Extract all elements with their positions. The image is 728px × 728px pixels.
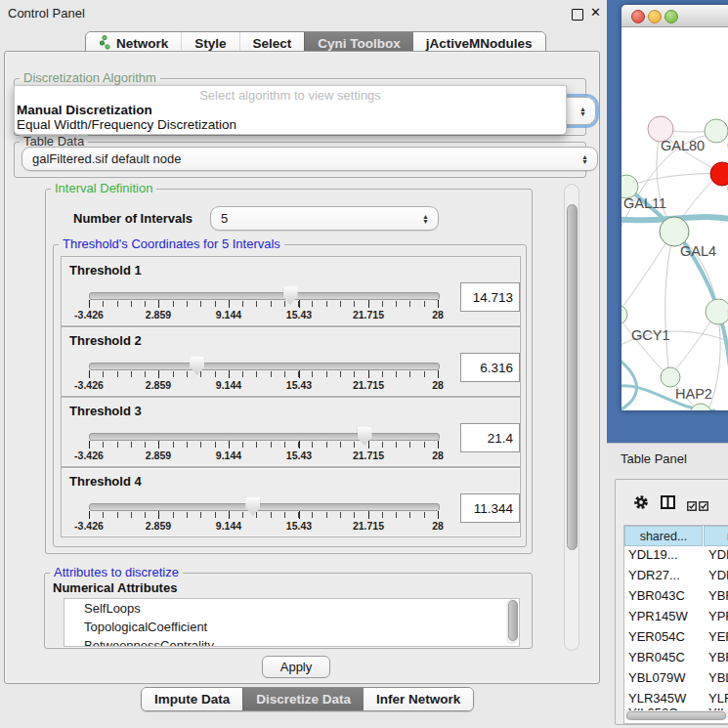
node (660, 217, 689, 246)
node (661, 367, 680, 387)
network-window-titlebar[interactable] (621, 5, 728, 27)
table-row[interactable]: YPR145WYPR1 (624, 607, 728, 626)
table-row[interactable]: YBL079WYBL0 (624, 668, 728, 688)
table-panel-titlebar: Table Panel (607, 443, 728, 474)
tick-marks (89, 301, 439, 307)
network-nodes[interactable] (621, 116, 728, 410)
threshold-3-label: Threshold 3 (69, 404, 142, 418)
apply-button[interactable]: Apply (262, 656, 330, 678)
threshold-3-panel: Threshold 3 -3.426 2.859 9.144 15.43 21.… (61, 397, 521, 467)
tab-cyni-toolbox-label: Cyni Toolbox (318, 36, 401, 51)
control-panel-window: Control Panel ✕ Network Style Select Cyn… (0, 0, 607, 728)
window-title: Control Panel (8, 6, 85, 21)
column-header-name[interactable]: na (704, 526, 728, 546)
threshold-4-value-field[interactable]: 11.344 (460, 493, 520, 523)
horizontal-scrollbar[interactable] (625, 710, 727, 719)
attributes-group-title: Attributes to discretize (50, 566, 183, 578)
node (706, 299, 728, 324)
node-attribute-table[interactable]: shared... na YDL19...YDL1 YDR27...YDR2 Y… (623, 525, 728, 724)
checkbox-checked-icon[interactable] (699, 497, 708, 515)
tick-marks (89, 512, 439, 518)
tab-infer-network-label: Infer Network (376, 692, 460, 707)
numerical-attributes-label: Numerical Attributes (53, 580, 177, 595)
tab-impute-data-label: Impute Data (154, 692, 230, 707)
close-icon[interactable]: ✕ (590, 5, 601, 20)
node (705, 119, 728, 143)
table-panel-title: Table Panel (621, 451, 687, 466)
column-header-shared-name[interactable]: shared... (624, 526, 703, 546)
threshold-4-panel: Threshold 4 -3.426 2.859 9.144 15.43 21.… (61, 467, 521, 537)
vertical-scrollbar[interactable] (564, 184, 579, 651)
tab-impute-data[interactable]: Impute Data (142, 688, 242, 710)
node-label: GCY1 (631, 327, 670, 343)
tab-jactivemnodules-label: jActiveMNodules (426, 36, 533, 51)
dropdown-item-manual-discretization[interactable]: Manual Discretization (17, 103, 152, 117)
attributes-list-scrollbar[interactable] (506, 599, 518, 644)
node-red (710, 162, 728, 186)
tab-style-label: Style (194, 36, 226, 51)
tick-marks (89, 442, 439, 448)
mac-close-button[interactable] (631, 10, 645, 23)
threshold-1-panel: Threshold 1 -3.426 2.859 9.144 15.43 21.… (61, 256, 521, 326)
number-of-intervals-value: 5 (221, 211, 228, 226)
number-of-intervals-combobox[interactable]: 5 ▲▼ (210, 206, 439, 231)
tab-network-label: Network (116, 36, 168, 51)
gear-icon[interactable] (633, 494, 649, 514)
table-data-value: galFiltered.sif default node (32, 151, 181, 166)
threshold-2-label: Threshold 2 (69, 333, 142, 348)
node (621, 305, 627, 324)
table-row[interactable]: YBR043CYBR0 (624, 586, 728, 606)
split-view-icon[interactable] (661, 495, 675, 513)
table-panel: shared... na YDL19...YDL1 YDR27...YDR2 Y… (607, 472, 728, 728)
chevron-updown-icon: ▲▼ (581, 148, 588, 170)
table-row[interactable]: YDL19...YDL1 (624, 545, 728, 565)
discretization-algorithm-group-title: Discretization Algorithm (20, 71, 160, 84)
scrollbar-thumb[interactable] (508, 600, 518, 641)
threshold-2-value-field[interactable]: 6.316 (460, 353, 520, 382)
threshold-3-value-field[interactable]: 21.4 (460, 423, 520, 452)
table-row[interactable]: YBR045CYBR0 (624, 648, 728, 667)
threshold-4-slider-track[interactable] (89, 503, 440, 511)
node-label: GAL4 (680, 243, 716, 259)
network-view-window: GAL80 GAL11 GAL4 GCY1 HAP2 G C H (621, 5, 728, 410)
scrollbar-thumb[interactable] (626, 711, 726, 720)
network-canvas[interactable]: GAL80 GAL11 GAL4 GCY1 HAP2 G C H (621, 27, 728, 410)
number-of-intervals-label: Number of Intervals (73, 211, 193, 226)
network-icon (99, 35, 111, 53)
mac-zoom-button[interactable] (664, 10, 678, 23)
tab-discretize-data[interactable]: Discretize Data (242, 688, 364, 710)
tab-select-label: Select (253, 36, 292, 51)
cyni-bottom-tabs: Impute Data Discretize Data Infer Networ… (141, 687, 474, 711)
window-titlebar: Control Panel ✕ (0, 0, 607, 27)
chevron-updown-icon: ▲▼ (422, 207, 429, 230)
threshold-1-value-field[interactable]: 14.713 (460, 282, 520, 312)
checkbox-checked-icon[interactable] (687, 497, 697, 515)
threshold-2-slider-track[interactable] (89, 363, 440, 370)
list-item[interactable]: BetweennessCentrality (64, 636, 519, 647)
threshold-3-slider-track[interactable] (89, 433, 440, 441)
algorithm-dropdown-popup: Select algorithm to view settings Manual… (14, 85, 567, 135)
tab-infer-network[interactable]: Infer Network (364, 688, 473, 710)
list-item[interactable]: SelfLoops (64, 599, 519, 618)
table-row[interactable]: YER054CYER0 (624, 627, 728, 647)
float-window-icon[interactable] (572, 9, 583, 21)
node-label: GAL80 (661, 138, 705, 153)
list-item[interactable]: TopologicalCoefficient (64, 618, 519, 636)
threshold-1-slider-track[interactable] (89, 292, 440, 300)
table-row[interactable]: YDR27...YDR2 (624, 566, 728, 585)
chevron-updown-icon: ▲▼ (579, 98, 586, 124)
threshold-1-label: Threshold 1 (69, 263, 142, 278)
node-label: GAL11 (623, 195, 666, 211)
interval-definition-group-title: Interval Definition (51, 182, 156, 194)
scrollbar-thumb[interactable] (567, 204, 578, 550)
tick-marks (89, 371, 439, 377)
numerical-attributes-list[interactable]: SelfLoops TopologicalCoefficient Between… (64, 598, 520, 647)
thresholds-group-title: Threshold's Coordinates for 5 Intervals (59, 237, 284, 250)
threshold-2-panel: Threshold 2 -3.426 2.859 9.144 15.43 21.… (61, 326, 521, 397)
table-data-combobox[interactable]: galFiltered.sif default node ▲▼ (21, 147, 598, 171)
mac-minimize-button[interactable] (648, 10, 662, 23)
node-label: HAP2 (675, 386, 712, 402)
dropdown-hint-item[interactable]: Select algorithm to view settings (15, 88, 566, 103)
dropdown-item-equal-width-frequency[interactable]: Equal Width/Frequency Discretization (17, 117, 236, 132)
tab-discretize-data-label: Discretize Data (256, 692, 351, 707)
